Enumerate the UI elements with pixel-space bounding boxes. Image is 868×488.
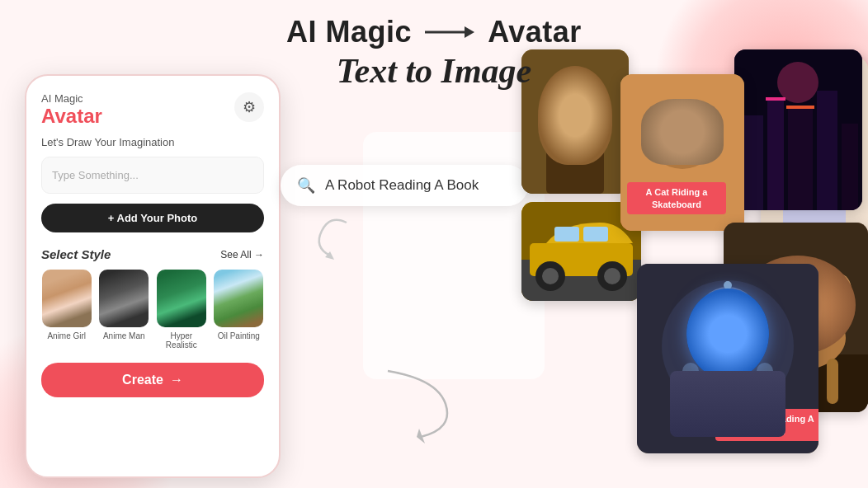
svg-rect-26 xyxy=(817,91,837,210)
add-photo-button[interactable]: + Add Your Photo xyxy=(41,204,264,232)
svg-point-60 xyxy=(814,280,847,338)
header-title-part1: AI Magic xyxy=(286,15,412,49)
style-label-anime-girl: Anime Girl xyxy=(47,331,86,340)
phone-text-input[interactable]: Type Something... xyxy=(41,157,264,194)
style-item-oil[interactable]: Oil Painting xyxy=(214,270,265,350)
svg-rect-27 xyxy=(842,124,858,210)
style-thumb-anime-girl xyxy=(42,270,92,327)
phone-app-info: AI Magic Avatar xyxy=(41,92,102,128)
header-title: AI Magic Avatar xyxy=(0,15,868,49)
gallery: A Cat Riding a Skateboard xyxy=(521,49,868,486)
phone-subtitle: Let's Draw Your Imagination xyxy=(41,136,264,148)
style-thumb-hyper xyxy=(157,270,206,327)
style-thumb-oil xyxy=(214,270,263,327)
select-style-header: Select Style See All → xyxy=(41,247,264,261)
svg-rect-59 xyxy=(827,359,838,404)
style-label-hyper: Hyper Realistic xyxy=(156,331,207,350)
gallery-label-cat: A Cat Riding a Skateboard xyxy=(627,182,726,214)
svg-rect-29 xyxy=(786,106,814,109)
svg-point-42 xyxy=(701,289,754,345)
svg-point-43 xyxy=(710,295,746,335)
style-item-hyper[interactable]: Hyper Realistic xyxy=(156,270,207,350)
curved-arrow-left xyxy=(289,206,355,275)
create-arrow-icon: → xyxy=(170,373,183,387)
gallery-image-cat: A Cat Riding a Skateboard xyxy=(620,74,744,231)
svg-point-14 xyxy=(652,109,672,138)
gallery-label-robot: A Robot Reading A Book xyxy=(715,409,818,441)
svg-point-17 xyxy=(686,133,695,141)
svg-rect-49 xyxy=(691,392,765,437)
gear-icon[interactable]: ⚙ xyxy=(234,92,264,122)
see-all-link[interactable]: See All → xyxy=(220,249,264,260)
svg-point-41 xyxy=(695,287,761,356)
header-subtitle: Text to Image xyxy=(0,51,868,91)
svg-point-44 xyxy=(715,302,732,321)
style-label-oil: Oil Painting xyxy=(218,331,260,340)
phone-app-title: Avatar xyxy=(41,105,102,128)
svg-rect-52 xyxy=(729,394,762,434)
center-area: 🔍 A Robot Reading A Book xyxy=(281,165,561,206)
svg-point-10 xyxy=(580,102,587,109)
svg-rect-70 xyxy=(583,227,608,242)
svg-point-9 xyxy=(564,102,570,109)
svg-rect-6 xyxy=(546,140,604,194)
svg-rect-24 xyxy=(767,99,784,210)
phone-app-label: AI Magic xyxy=(41,92,102,105)
header-title-part2: Avatar xyxy=(488,15,582,49)
svg-rect-48 xyxy=(757,363,773,404)
svg-rect-25 xyxy=(788,107,813,210)
create-button[interactable]: Create → xyxy=(41,363,264,397)
search-text: A Robot Reading A Book xyxy=(325,177,479,194)
svg-point-39 xyxy=(662,280,794,412)
svg-point-74 xyxy=(604,268,620,284)
gallery-image-robot: A Robot Reading A Book xyxy=(637,264,818,453)
add-photo-label: + Add Your Photo xyxy=(108,212,197,224)
phone-header: AI Magic Avatar ⚙ xyxy=(41,92,264,128)
svg-point-15 xyxy=(693,109,713,138)
search-icon: 🔍 xyxy=(297,176,315,195)
curved-arrow-bottom xyxy=(371,363,470,448)
style-item-anime-man[interactable]: Anime Man xyxy=(99,270,150,350)
svg-rect-51 xyxy=(693,394,724,434)
svg-point-18 xyxy=(676,143,689,151)
svg-point-40 xyxy=(691,293,765,375)
header-arrow-icon xyxy=(425,21,474,44)
style-grid: Anime Girl Anime Man Hyper Realistic Oil… xyxy=(41,270,264,350)
svg-rect-47 xyxy=(682,363,699,404)
search-bar[interactable]: 🔍 A Robot Reading A Book xyxy=(281,165,528,206)
svg-point-73 xyxy=(542,268,559,284)
svg-point-46 xyxy=(724,281,732,289)
select-style-label: Select Style xyxy=(41,247,111,261)
create-label: Create xyxy=(122,373,163,387)
svg-point-13 xyxy=(659,115,705,157)
svg-rect-23 xyxy=(743,115,763,210)
svg-marker-1 xyxy=(465,26,474,38)
svg-rect-28 xyxy=(766,97,785,101)
style-label-anime-man: Anime Man xyxy=(103,331,145,340)
phone-mockup: AI Magic Avatar ⚙ Let's Draw Your Imagin… xyxy=(25,74,281,478)
header: AI Magic Avatar Text to Image xyxy=(0,15,868,91)
style-item-anime-girl[interactable]: Anime Girl xyxy=(41,270,92,350)
svg-point-16 xyxy=(670,133,678,141)
svg-rect-69 xyxy=(554,227,579,242)
svg-point-12 xyxy=(649,111,715,169)
svg-point-61 xyxy=(827,274,851,307)
style-thumb-anime-man xyxy=(99,270,149,327)
